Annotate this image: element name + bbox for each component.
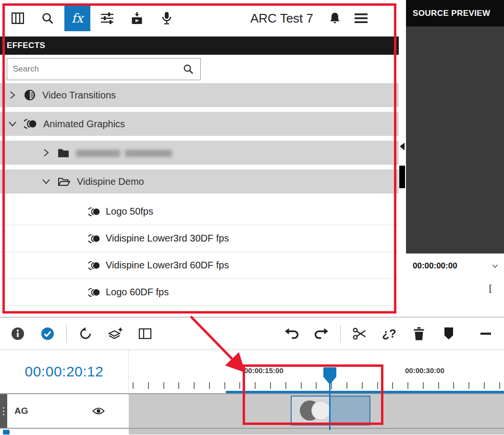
sliders-icon	[100, 12, 114, 24]
top-area: fx ARC Test 7	[0, 0, 504, 317]
tree-folder-vidispine-demo[interactable]: Vidispine Demo	[0, 169, 399, 193]
search-icon	[41, 12, 54, 24]
marker-icon	[444, 327, 454, 340]
scissors-icon	[353, 327, 366, 340]
video-transitions-icon	[24, 89, 36, 101]
bell-icon	[329, 12, 341, 24]
tree-item-lower3rd-30df[interactable]: Vidispine Lower3rd 30DF fps	[0, 225, 399, 252]
tree-label: Animated Graphics	[43, 119, 125, 130]
tree-folder-redacted[interactable]	[0, 141, 399, 165]
effects-tool-button[interactable]: fx	[64, 5, 90, 31]
search-button[interactable]	[35, 5, 61, 31]
layers-add-icon	[108, 327, 123, 340]
animated-graphics-icon	[88, 207, 100, 217]
export-button[interactable]	[124, 5, 150, 31]
tree-item-logo-60df[interactable]: Logo 60DF fps	[0, 279, 399, 306]
timecode-dropdown-button[interactable]	[492, 264, 498, 268]
approve-button[interactable]	[35, 322, 61, 345]
zoom-out-icon	[480, 332, 491, 335]
mark-in-bracket[interactable]: [	[489, 283, 492, 293]
track-visibility-button[interactable]	[92, 407, 105, 415]
tree-label: Logo 50fps	[106, 206, 153, 217]
panel-splitter[interactable]	[399, 0, 406, 317]
folder-closed-icon	[58, 148, 69, 157]
cut-button[interactable]	[346, 322, 372, 345]
zoom-out-button[interactable]	[476, 322, 495, 345]
ruler-ticks	[133, 382, 500, 389]
effects-search-area	[0, 55, 399, 80]
effects-search-box	[7, 58, 201, 80]
app-window: fx ARC Test 7	[0, 0, 504, 435]
help-button[interactable]: ¿?	[376, 322, 402, 345]
source-preview-video[interactable]	[406, 26, 504, 254]
menu-icon	[355, 13, 368, 23]
tree-label: Video Transitions	[42, 90, 116, 101]
source-preview-header: SOURCE PREVIEW	[406, 0, 504, 26]
toolbar-right-group	[324, 5, 376, 31]
partial-track-header	[0, 429, 129, 435]
timeline-track-partial	[0, 429, 504, 435]
history-button[interactable]	[73, 322, 98, 345]
current-timecode[interactable]: 00:00:20:12	[0, 350, 129, 393]
trash-icon	[413, 327, 425, 340]
folder-open-icon	[58, 177, 70, 187]
tree-item-logo-50fps[interactable]: Logo 50fps	[0, 198, 399, 225]
redo-icon	[314, 327, 329, 339]
source-preview-timecode-row: 00:00:00:00	[406, 254, 504, 278]
ruler-label: 00:00:30:00	[405, 366, 444, 375]
toolbar-divider	[340, 325, 341, 342]
partial-track-lane[interactable]	[129, 429, 504, 435]
tree-group-animated-graphics[interactable]: Animated Graphics	[0, 112, 399, 136]
toolbar-divider	[66, 325, 67, 342]
redacted-label	[76, 147, 172, 158]
info-icon	[11, 326, 25, 341]
chevron-right-icon[interactable]	[8, 90, 17, 100]
track-header: AG	[0, 394, 129, 428]
eye-icon	[92, 407, 105, 415]
track-drag-handle[interactable]	[3, 430, 10, 435]
tree-group-video-transitions[interactable]: Video Transitions	[0, 83, 399, 107]
timeline-ruler-row: 00:00:20:12 00:00:15:00 00:00:30:00	[0, 350, 504, 394]
effects-tree: Video Transitions Animated Graphics	[0, 83, 399, 306]
splitter-grip[interactable]	[399, 166, 405, 188]
app-toolbar: fx ARC Test 7	[0, 0, 399, 36]
effects-panel: fx ARC Test 7	[0, 0, 399, 317]
track-drag-handle[interactable]	[0, 394, 7, 428]
redo-button[interactable]	[308, 322, 334, 345]
search-icon	[183, 64, 194, 74]
clip-thumb-circle-light	[311, 401, 331, 420]
track-name: AG	[14, 406, 28, 416]
info-button[interactable]	[5, 322, 31, 345]
tree-label: Vidispine Demo	[77, 176, 144, 187]
chevron-down-icon[interactable]	[41, 178, 51, 185]
chevron-right-icon[interactable]	[41, 148, 51, 157]
effects-search-input[interactable]	[7, 64, 183, 74]
track-lane[interactable]	[129, 394, 504, 428]
chevron-down-icon[interactable]	[8, 121, 17, 127]
sequence-duration-bar	[226, 391, 504, 393]
undo-button[interactable]	[279, 322, 305, 345]
notifications-button[interactable]	[324, 5, 346, 31]
effects-panel-header: EFFECTS	[0, 36, 399, 55]
panel-layout-button[interactable]	[5, 5, 31, 31]
timeline-toolbar: ¿?	[0, 317, 504, 350]
add-layer-button[interactable]	[102, 322, 128, 345]
settings-button[interactable]	[94, 5, 120, 31]
timeline-panel: ¿? 00:00:20:12 00:00:15:00	[0, 317, 504, 435]
tree-label: Vidispine Lower3rd 30DF fps	[106, 233, 229, 244]
main-menu-button[interactable]	[350, 5, 372, 31]
animated-graphics-clip[interactable]	[291, 396, 370, 425]
collapse-left-icon[interactable]	[400, 143, 405, 150]
fx-icon: fx	[72, 11, 83, 25]
source-preview-panel: SOURCE PREVIEW 00:00:00:00 [	[406, 0, 504, 317]
animated-graphics-icon	[88, 261, 100, 270]
animated-graphics-icon	[88, 288, 100, 297]
timeline-ruler[interactable]: 00:00:15:00 00:00:30:00	[129, 350, 504, 393]
history-icon	[79, 327, 92, 340]
insert-button[interactable]	[132, 322, 158, 345]
playhead-line	[329, 384, 331, 430]
delete-button[interactable]	[406, 322, 432, 345]
tree-item-lower3rd-60df[interactable]: Vidispine Lower3rd 60DF fps	[0, 252, 399, 279]
marker-button[interactable]	[436, 322, 462, 345]
voiceover-button[interactable]	[154, 5, 180, 31]
